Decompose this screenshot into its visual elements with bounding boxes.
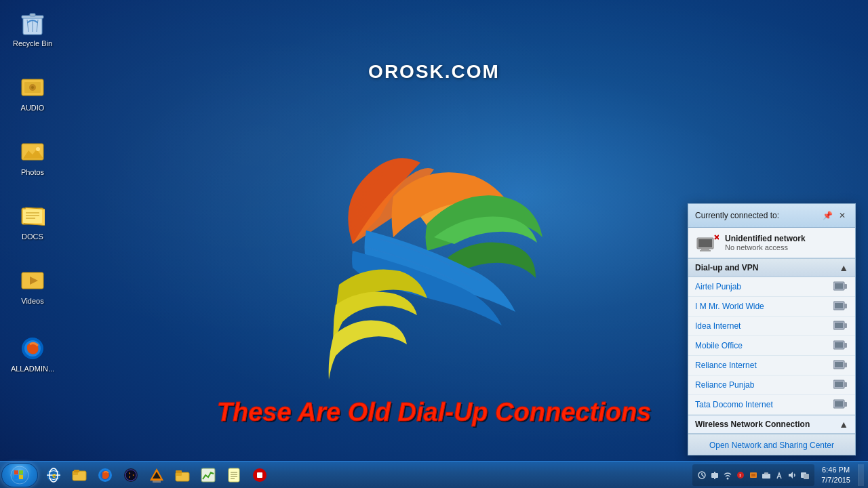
dialup-collapse-icon: ▲	[839, 262, 848, 273]
svg-rect-96	[751, 474, 755, 476]
svg-rect-6	[30, 14, 35, 16]
svg-rect-102	[804, 474, 809, 479]
desktop: OROSK.COM These Are Old Dial-Up Connecti…	[0, 0, 868, 488]
dialup-item-imww-icon	[833, 300, 848, 312]
connected-section: Unidentified network No network access	[688, 228, 855, 258]
svg-rect-46	[844, 363, 847, 367]
alladmin-icon[interactable]: ALLADMIN...	[5, 332, 60, 376]
svg-rect-65	[74, 470, 79, 472]
recycle-bin-image	[19, 9, 46, 37]
dialup-item-reliance[interactable]: Reliance Internet	[688, 356, 855, 375]
docs-image	[19, 203, 46, 230]
open-sharing-center-link[interactable]: Open Network and Sharing Center	[709, 441, 834, 450]
show-desktop-button[interactable]	[859, 464, 864, 486]
svg-point-92	[727, 477, 729, 479]
dialup-item-idea-label: Idea Internet	[695, 321, 741, 331]
dialup-item-mobile[interactable]: Mobile Office	[688, 336, 855, 356]
tray-icon-wifi[interactable]	[722, 470, 733, 481]
svg-rect-35	[835, 283, 843, 289]
taskbar-explorer[interactable]	[67, 463, 92, 487]
tray-icon-volume[interactable]	[787, 470, 797, 481]
audio-image	[19, 74, 46, 101]
videos-label: Videos	[21, 297, 43, 306]
svg-rect-37	[844, 304, 847, 308]
dialup-item-imww-label: I M Mr. World Wide	[695, 302, 764, 311]
svg-rect-53	[835, 401, 843, 407]
tray-icon-5[interactable]	[761, 470, 772, 481]
tray-icon-red[interactable]: !	[735, 470, 746, 481]
taskbar-vlc[interactable]	[144, 463, 169, 487]
photos-image	[19, 138, 46, 165]
tray-icon-1[interactable]	[696, 470, 707, 481]
network-access-status: No network access	[725, 243, 848, 251]
tray-icon-8[interactable]	[800, 470, 810, 481]
dialup-item-idea-icon	[833, 320, 848, 332]
svg-rect-50	[835, 382, 843, 387]
photos-icon[interactable]: Photos	[5, 136, 60, 180]
svg-rect-56	[19, 470, 23, 474]
taskbar-firefox[interactable]	[93, 463, 117, 487]
dialup-section-title: Dial-up and VPN	[695, 263, 758, 272]
svg-rect-52	[844, 402, 847, 407]
taskbar-ie[interactable]: e	[41, 463, 66, 487]
videos-icon[interactable]: Videos	[5, 264, 60, 308]
svg-rect-34	[844, 284, 847, 289]
alladmin-image	[19, 335, 46, 362]
audio-icon[interactable]: AUDIO	[5, 71, 60, 115]
svg-rect-85	[257, 472, 262, 478]
tray-icon-2[interactable]	[709, 470, 720, 481]
dialup-section-header[interactable]: Dial-up and VPN ▲	[688, 258, 855, 277]
svg-point-13	[31, 86, 34, 89]
svg-rect-19	[23, 209, 42, 223]
svg-rect-77	[176, 470, 182, 473]
dialup-item-airtel-label: Airtel Punjab	[695, 282, 741, 291]
svg-rect-44	[835, 342, 843, 348]
svg-line-88	[702, 475, 704, 476]
network-panel-header: Currently connected to: 📌 ✕	[688, 204, 855, 228]
watermark: OROSK.COM	[368, 61, 500, 83]
start-button[interactable]	[1, 463, 38, 487]
dialup-item-imww[interactable]: I M Mr. World Wide	[688, 297, 855, 317]
svg-point-16	[36, 147, 40, 151]
dialup-item-reliance-punjab[interactable]: Reliance Punjab	[688, 375, 855, 395]
clock-time: 6:46 PM	[822, 465, 850, 474]
docs-icon[interactable]: DOCS	[5, 200, 60, 244]
taskbar-filemanager[interactable]	[170, 463, 195, 487]
panel-pin-button[interactable]: 📌	[821, 209, 833, 222]
taskbar-stoprec[interactable]	[248, 463, 272, 487]
dialup-item-idea[interactable]: Idea Internet	[688, 317, 855, 336]
network-status-icon	[695, 233, 719, 252]
panel-footer[interactable]: Open Network and Sharing Center	[688, 434, 855, 455]
svg-rect-43	[844, 343, 847, 348]
taskbar-mediaplayer[interactable]	[119, 463, 143, 487]
svg-point-71	[129, 473, 133, 477]
svg-rect-73	[153, 481, 161, 483]
svg-rect-78	[201, 468, 215, 482]
taskbar-notepad[interactable]	[222, 463, 246, 487]
svg-rect-58	[19, 475, 23, 479]
svg-rect-38	[835, 303, 843, 308]
recycle-bin-icon[interactable]: Recycle Bin	[5, 7, 60, 51]
photos-label: Photos	[21, 168, 44, 177]
taskbar-right: ! 6:46 PM 7/7/2	[692, 464, 867, 486]
clock-area[interactable]: 6:46 PM 7/7/2015	[816, 464, 856, 486]
tray-icon-6[interactable]	[774, 470, 785, 481]
svg-rect-98	[764, 472, 768, 474]
taskbar: e	[0, 461, 868, 488]
panel-close-button[interactable]: ✕	[836, 209, 848, 222]
svg-rect-57	[14, 475, 18, 479]
recycle-bin-label: Recycle Bin	[13, 39, 52, 48]
wireless-section-header[interactable]: Wireless Network Connection ▲	[688, 415, 855, 434]
dialup-item-reliance-label: Reliance Internet	[695, 361, 757, 370]
tray-icon-orange[interactable]	[748, 470, 759, 481]
svg-rect-47	[835, 362, 843, 367]
dialup-item-tata[interactable]: Tata Docomo Internet	[688, 395, 855, 415]
docs-label: DOCS	[22, 232, 43, 241]
windows-logo	[217, 95, 570, 393]
taskbar-stockcharts[interactable]	[196, 463, 220, 487]
dialup-item-airtel[interactable]: Airtel Punjab	[688, 277, 855, 297]
svg-rect-55	[14, 470, 18, 474]
panel-controls: 📌 ✕	[821, 209, 848, 222]
clock-date: 7/7/2015	[821, 475, 850, 485]
dialup-item-tata-label: Tata Docomo Internet	[695, 400, 773, 409]
